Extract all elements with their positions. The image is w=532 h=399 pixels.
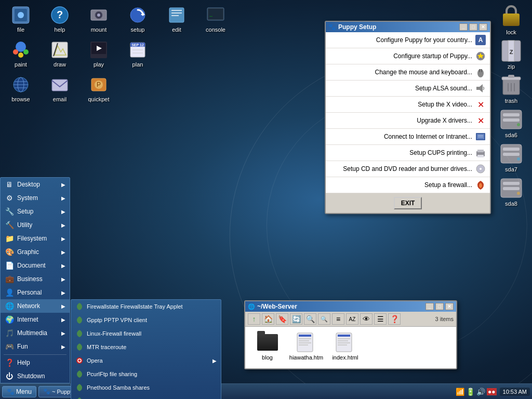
menu-item-system[interactable]: ⚙ System ▶ [1, 191, 70, 205]
ws-home-button[interactable]: 🏠 [262, 313, 274, 325]
help-icon-btn[interactable]: ? help [42, 3, 78, 35]
setup-item-cups[interactable]: Setup CUPS printing... [326, 145, 490, 161]
setup-item-country[interactable]: Configure Puppy for your country... A [326, 32, 490, 48]
play-icon [88, 39, 109, 60]
mount-label: mount [83, 26, 115, 33]
setup-item-xdrivers[interactable]: Upgrade X drivers... ✕ [326, 113, 490, 129]
ws-index-icon [335, 332, 356, 353]
submenu-gpptp[interactable]: Gpptp PPTP VPN client [71, 313, 221, 327]
submenu-opera[interactable]: Opera ▶ [71, 354, 221, 367]
setup-item-cddvd[interactable]: Setup CD and DVD reader and burner drive… [326, 161, 490, 177]
menu-item-desktop-label: Desktop [17, 181, 40, 188]
plan-label: plan [122, 61, 154, 68]
submenu-pnethood[interactable]: Pnethood Samba shares [71, 381, 221, 394]
svg-point-20 [18, 52, 23, 58]
ws-minimize-button[interactable]: _ [425, 303, 434, 310]
menu-item-utility[interactable]: 🔨 Utility ▶ [1, 218, 70, 232]
menu-item-personal[interactable]: 👤 Personal ▶ [1, 286, 70, 299]
ws-zoomout-button[interactable]: 🔍 [318, 313, 330, 325]
ws-list-button[interactable]: ☰ [374, 313, 387, 325]
menu-item-internet[interactable]: 🌍 Internet ▶ [1, 313, 70, 326]
ws-file-index[interactable]: index.html [328, 332, 362, 361]
menu-item-multimedia[interactable]: 🎵 Multimedia ▶ [1, 326, 70, 340]
svg-rect-45 [508, 75, 514, 78]
menu-item-setup[interactable]: 🔧 Setup ▶ [1, 205, 70, 218]
setup-item-sound[interactable]: Setup ALSA sound... [326, 81, 490, 97]
menu-item-desktop[interactable]: 🖥 Desktop ▶ [1, 178, 70, 191]
menu-item-shutdown[interactable]: ⏻ Shutdown [1, 369, 70, 383]
trash-icon-btn[interactable]: trash [496, 74, 527, 104]
setup-item-mouse[interactable]: Change the mouse and keyboard... [326, 64, 490, 81]
zip-icon: Z [500, 39, 523, 62]
ws-help-button[interactable]: ❓ [388, 313, 401, 325]
setup-item-startup[interactable]: Configure startup of Puppy... [326, 48, 490, 64]
sda8-icon-btn[interactable]: sda8 [496, 177, 527, 207]
firewallstate-icon [75, 302, 84, 311]
svg-point-60 [517, 192, 520, 195]
submenu-mtr[interactable]: MTR traceroute [71, 340, 221, 354]
svg-text:_: _ [209, 10, 213, 17]
setup-item-internet[interactable]: Connect to Internet or Intranet... [326, 129, 490, 145]
maximize-button[interactable]: □ [469, 23, 477, 31]
webserver-window: 🌐 ~/Web-Server _ □ ✕ ↑ 🏠 🔖 🔄 🔍 🔍 ≡ AZ 👁 … [244, 300, 457, 369]
lock-icon-btn[interactable]: lock [496, 5, 527, 35]
plan-icon-btn[interactable]: SEP 12 plan [119, 37, 156, 70]
setup-icon-btn[interactable]: setup [119, 3, 156, 35]
file-icon-btn[interactable]: file [3, 3, 39, 35]
setup-item-xdrivers-text: Upgrade X drivers... [330, 117, 472, 124]
setup-item-cddvd-icon [475, 164, 486, 174]
sda6-icon-btn[interactable]: sda6 [496, 108, 527, 138]
filesystem-arrow-icon: ▶ [61, 236, 65, 242]
ws-refresh-button[interactable]: 🔄 [290, 313, 302, 325]
menu-item-filesystem[interactable]: 📁 Filesystem ▶ [1, 232, 70, 245]
mount-icon-btn[interactable]: mount [81, 3, 117, 35]
ws-bookmark-button[interactable]: 🔖 [276, 313, 288, 325]
menu-item-document[interactable]: 📄 Document ▶ [1, 259, 70, 272]
quickpet-icon-btn[interactable]: P quickpet [81, 72, 117, 104]
submenu-pureftpd[interactable]: PureFTPd FTP server [71, 394, 221, 399]
ws-file-blog[interactable]: blog [250, 332, 284, 361]
submenu-linux-firewall[interactable]: Linux-Firewall firewall [71, 327, 221, 340]
submenu-pcurlftp[interactable]: PcurlFtp file sharing [71, 367, 221, 381]
browse-icon-btn[interactable]: browse [3, 72, 39, 104]
play-icon-btn[interactable]: play [81, 37, 117, 70]
menu-item-network-label: Network [17, 302, 40, 310]
menu-item-business[interactable]: 💼 Business ▶ [1, 272, 70, 286]
ws-close-button[interactable]: ✕ [445, 303, 454, 310]
setup-item-country-text: Configure Puppy for your country... [330, 36, 472, 44]
edit-icon [166, 5, 187, 25]
ws-file-hiawatha[interactable]: hiawatha.htm [289, 332, 323, 361]
email-icon-btn[interactable]: email [42, 72, 78, 104]
quickpet-icon: P [88, 74, 109, 95]
zip-icon-btn[interactable]: Z zip [496, 39, 527, 70]
submenu-firewallstate[interactable]: Firewallstate Firewallstate Tray Applet [71, 300, 221, 313]
ws-maximize-button[interactable]: □ [435, 303, 444, 310]
svg-point-75 [480, 168, 482, 170]
minimize-button[interactable]: _ [459, 23, 468, 31]
email-label: email [44, 96, 76, 102]
ws-zoomin-button[interactable]: 🔍 [304, 313, 316, 325]
menu-button[interactable]: 🐾 Menu [2, 386, 36, 397]
ws-sort-button[interactable]: AZ [346, 313, 358, 325]
submenu-pnethood-label: Pnethood Samba shares [87, 384, 150, 391]
edit-icon-btn[interactable]: edit [158, 3, 195, 35]
sda7-icon-btn[interactable]: sda7 [496, 142, 527, 172]
setup-item-video[interactable]: Setup the X video... ✕ [326, 97, 490, 113]
menu-item-fun[interactable]: 🎮 Fun ▶ [1, 340, 70, 353]
draw-icon-btn[interactable]: draw [42, 37, 78, 70]
svg-rect-78 [299, 338, 311, 339]
ws-preview-button[interactable]: 👁 [360, 313, 373, 325]
menu-item-help-label: Help [17, 359, 30, 366]
close-button[interactable]: ✕ [479, 23, 487, 31]
system-arrow-icon: ▶ [61, 195, 65, 201]
exit-button[interactable]: EXIT [394, 197, 422, 209]
setup-item-firewall[interactable]: Setup a firewall... [326, 177, 490, 193]
svg-rect-70 [478, 137, 483, 137]
paint-icon-btn[interactable]: paint [3, 37, 39, 70]
menu-item-help[interactable]: ❓ Help [1, 356, 70, 369]
menu-item-network[interactable]: 🌐 Network ▶ Firewallstate Firewallstate … [1, 299, 70, 313]
ws-back-button[interactable]: ↑ [248, 313, 260, 325]
menu-item-graphic[interactable]: 🎨 Graphic ▶ [1, 245, 70, 259]
console-icon-btn[interactable]: _ console [197, 3, 234, 35]
ws-view-button[interactable]: ≡ [332, 313, 344, 325]
